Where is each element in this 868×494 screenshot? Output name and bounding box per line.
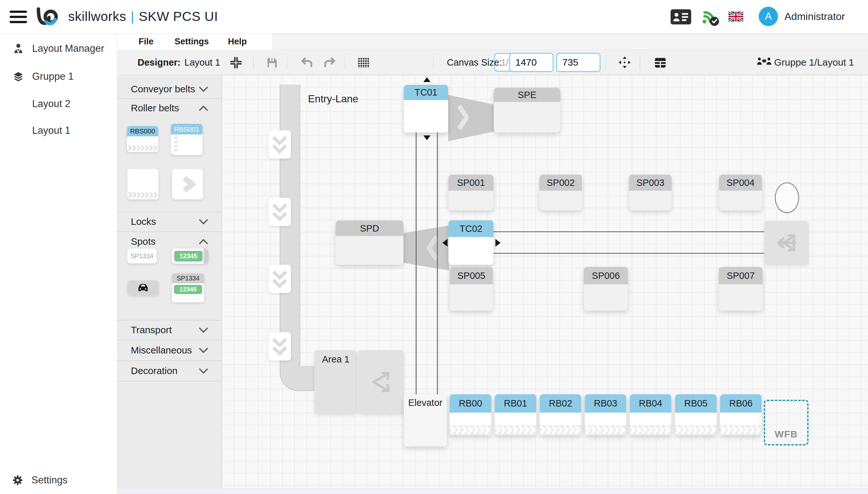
node-sp001[interactable]: SP001 (449, 175, 493, 210)
hamburger-menu-icon[interactable] (9, 11, 28, 23)
chevron-down-icon (199, 368, 208, 374)
language-flag-icon[interactable] (729, 11, 743, 22)
split-arrows-icon (366, 363, 397, 401)
node-rb03[interactable]: RB03 (585, 394, 626, 435)
belt-chevron-block[interactable] (269, 265, 291, 293)
node-crossing[interactable] (764, 221, 809, 265)
node-sp006[interactable]: SP006 (584, 267, 628, 311)
rbs001-label: RBS001 (171, 124, 202, 134)
skillworks-logo-icon (35, 5, 59, 27)
node-tc02[interactable]: TC02 (449, 220, 493, 265)
section-spots[interactable]: Spots (117, 232, 222, 251)
grid-toggle-icon[interactable] (358, 58, 369, 68)
tc01-arrow-up-icon[interactable] (423, 77, 431, 82)
section-conveyor-belts[interactable]: Conveyor belts (117, 79, 222, 99)
palette-item-tag[interactable]: 12345 (172, 249, 208, 264)
brand-name: skillworks (68, 9, 126, 24)
sidebar-item-layout-manager[interactable]: Layout Manager (0, 39, 117, 58)
combo-spot-label: SP1334 (172, 273, 204, 283)
node-rb02[interactable]: RB02 (540, 394, 581, 435)
avatar[interactable]: A (759, 7, 778, 26)
node-sp003[interactable]: SP003 (629, 175, 672, 210)
node-spe[interactable]: SPE (494, 88, 560, 133)
app-title: skillworks | SKW PCS UI (68, 0, 218, 33)
node-area-1[interactable]: Area 1 (314, 350, 357, 414)
node-rb04[interactable]: RB04 (630, 394, 671, 435)
node-sp002[interactable]: SP002 (539, 175, 582, 210)
sidebar-item-gruppe-1[interactable]: Gruppe 1 (0, 67, 117, 86)
combo-tag-badge: 12345 (174, 285, 202, 294)
save-icon[interactable] (265, 56, 279, 70)
redo-icon[interactable] (322, 56, 337, 69)
route-line-vertical (416, 133, 417, 395)
designer-canvas[interactable]: .belt-block{left:145px;} Entry-Lane TC01… (222, 75, 868, 488)
canvas-height-input[interactable] (556, 53, 600, 72)
menu-bar: File Settings Help (117, 33, 868, 50)
chevron-down-icon (199, 347, 208, 354)
collapse-panel-icon[interactable] (229, 56, 243, 70)
horizontal-scrollbar-track[interactable] (117, 488, 868, 494)
rbs000-label: RBS000 (127, 126, 158, 136)
node-sp007[interactable]: SP007 (719, 267, 763, 311)
sidebar-item-layout-2[interactable]: Layout 2 (0, 95, 117, 113)
chevron-up-icon (199, 239, 208, 245)
sidebar-item-settings[interactable]: Settings (0, 471, 117, 490)
tc02-arrow-right-icon[interactable] (495, 239, 500, 247)
section-miscellaneous[interactable]: Miscellaneous (117, 341, 222, 360)
palette-item-spot[interactable]: SP1334 (127, 249, 157, 263)
node-rb05[interactable]: RB05 (675, 394, 716, 435)
section-decoration[interactable]: Decoration (117, 361, 222, 380)
designer-label: Designer: Layout 1 (138, 50, 220, 75)
node-rb00[interactable]: RB00 (450, 394, 491, 435)
palette-item-spot-tag-combo[interactable]: SP1334 12345 (172, 273, 204, 302)
palette-item-rbs001[interactable]: RBS001 (171, 124, 202, 155)
context-breadcrumb[interactable]: Gruppe 1/Layout 1 (774, 50, 854, 75)
app-header: skillworks | SKW PCS UI A Administrator (0, 0, 868, 33)
node-wfb[interactable]: WFB (764, 400, 809, 445)
node-elevator[interactable]: Elevator (404, 394, 447, 446)
node-split[interactable] (358, 350, 404, 414)
id-card-icon[interactable] (671, 9, 691, 24)
menu-file[interactable]: File (139, 33, 154, 50)
palette-item-belt-plain[interactable] (127, 169, 158, 200)
chevron-down-icon (199, 219, 208, 225)
product-name: SKW PCS UI (139, 9, 218, 24)
node-rb01[interactable]: RB01 (495, 394, 536, 435)
node-sp005[interactable]: SP005 (450, 267, 493, 311)
section-transport[interactable]: Transport (117, 320, 222, 340)
belt-chevron-block[interactable] (269, 332, 291, 361)
wfb-label: WFB (765, 429, 807, 440)
user-name[interactable]: Administrator (784, 0, 845, 33)
palette-item-car-spot[interactable] (127, 281, 158, 295)
palette-item-belt-arrow[interactable] (172, 169, 203, 200)
table-view-icon[interactable] (654, 56, 667, 70)
route-line-horizontal (493, 253, 764, 254)
chevron-down-icon (199, 327, 208, 333)
route-line-vertical (437, 133, 438, 395)
menu-help[interactable]: Help (228, 33, 247, 50)
node-spd[interactable]: SPD (336, 221, 403, 265)
node-sp004[interactable]: SP004 (719, 175, 762, 210)
tc02-arrow-left-icon[interactable] (442, 239, 448, 247)
connector-tc01-spe (448, 95, 494, 141)
node-circle-spot[interactable] (775, 182, 799, 213)
section-roller-belts[interactable]: Roller belts (117, 98, 222, 118)
section-locks[interactable]: Locks (117, 212, 222, 231)
sidebar-item-layout-1[interactable]: Layout 1 (0, 121, 117, 140)
node-rb06[interactable]: RB06 (720, 394, 762, 435)
tag-badge: 12345 (174, 251, 202, 262)
belt-chevron-block[interactable] (269, 130, 291, 158)
tc01-arrow-down-icon[interactable] (423, 135, 431, 140)
current-layout-name: Layout 1 (184, 57, 220, 68)
crossing-arrows-icon (772, 228, 801, 258)
connection-status-icon[interactable] (700, 7, 719, 26)
node-tc01[interactable]: TC01 (404, 85, 448, 133)
menu-settings[interactable]: Settings (175, 33, 209, 50)
canvas-width-input[interactable] (509, 53, 554, 72)
belt-chevron-block[interactable] (269, 198, 291, 226)
entry-lane-label: Entry-Lane (308, 93, 358, 105)
palette-item-rbs000[interactable]: RBS000 (127, 126, 158, 152)
undo-icon[interactable] (300, 56, 314, 69)
move-tool-icon[interactable] (618, 56, 631, 69)
group-transfer-icon[interactable] (756, 57, 772, 68)
